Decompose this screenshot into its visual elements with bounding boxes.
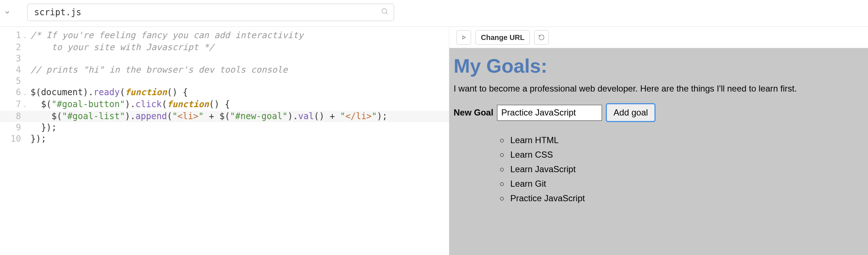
fold-toggle-icon [23,111,28,122]
line-number: 4 [0,64,23,76]
new-goal-form: New Goal Add goal [454,103,868,122]
code-line[interactable]: 6⌄$(document).ready(function() { [0,87,449,99]
page-title: My Goals: [454,54,868,77]
code-editor[interactable]: 1⌄/* If you're feeling fancy you can add… [0,27,449,255]
code-text[interactable]: }); [28,133,46,145]
code-line[interactable]: 7⌄ $("#goal-button").click(function() { [0,99,449,111]
line-number: 10 [0,133,23,145]
preview-pane: Change URL My Goals: I want to become a … [449,27,868,255]
code-text[interactable]: $("#goal-button").click(function() { [28,99,230,111]
play-button[interactable] [457,30,471,45]
preview-toolbar: Change URL [449,27,868,48]
page-description: I want to become a professional web deve… [454,84,868,94]
svg-line-1 [386,13,388,15]
fold-toggle-icon [23,53,28,64]
code-line[interactable]: 3 [0,53,449,64]
code-text[interactable]: }); [28,122,57,133]
preview-body: My Goals: I want to become a professiona… [449,48,868,255]
refresh-button[interactable] [534,30,549,45]
main-split: 1⌄/* If you're feeling fancy you can add… [0,27,868,255]
line-number: 6 [0,87,23,99]
fold-toggle-icon [23,133,28,145]
add-goal-button[interactable]: Add goal [606,103,656,122]
code-text[interactable]: $(document).ready(function() { [28,87,188,99]
list-item: Learn Git [500,177,868,191]
chevron-down-icon[interactable] [4,9,11,16]
list-item: Learn HTML [500,133,868,147]
line-number: 7 [0,99,23,111]
line-number: 9 [0,122,23,133]
code-line[interactable]: 4// prints "hi" in the browser's dev too… [0,64,449,76]
code-text[interactable]: $("#goal-list").append("<li>" + $("#new-… [28,111,388,122]
list-item: Practice JavaScript [500,191,868,206]
code-line[interactable]: 10}); [0,133,449,145]
line-number: 1 [0,30,23,42]
code-line[interactable]: 5 [0,76,449,87]
fold-toggle-icon[interactable]: ⌄ [23,87,28,99]
fold-toggle-icon [23,76,28,87]
code-text[interactable]: to your site with Javascript */ [28,42,214,53]
goal-list: Learn HTMLLearn CSSLearn JavaScriptLearn… [500,133,868,206]
fold-toggle-icon[interactable]: ⌄ [23,30,28,42]
change-url-button[interactable]: Change URL [475,30,530,45]
code-line[interactable]: 2 to your site with Javascript */ [0,42,449,53]
svg-point-0 [382,9,387,13]
search-icon[interactable] [381,8,389,17]
line-number: 8 [0,111,23,122]
list-item: Learn CSS [500,147,868,162]
fold-toggle-icon [23,122,28,133]
code-text[interactable]: // prints "hi" in the browser's dev tool… [28,64,288,76]
list-item: Learn JavaScript [500,162,868,177]
new-goal-input[interactable] [497,105,602,121]
line-number: 2 [0,42,23,53]
code-line[interactable]: 1⌄/* If you're feeling fancy you can add… [0,30,449,42]
filename-search-wrap [27,4,394,21]
line-number: 3 [0,53,23,64]
filename-input[interactable] [27,4,394,21]
top-bar [0,0,868,27]
fold-toggle-icon[interactable]: ⌄ [23,99,28,111]
code-text[interactable] [28,76,31,87]
code-text[interactable]: /* If you're feeling fancy you can add i… [28,30,303,42]
code-text[interactable] [28,53,31,64]
new-goal-label: New Goal [454,108,493,118]
svg-marker-2 [463,36,466,39]
code-line[interactable]: 9 }); [0,122,449,133]
line-number: 5 [0,76,23,87]
fold-toggle-icon [23,42,28,53]
fold-toggle-icon [23,64,28,76]
code-line[interactable]: 8 $("#goal-list").append("<li>" + $("#ne… [0,111,449,122]
